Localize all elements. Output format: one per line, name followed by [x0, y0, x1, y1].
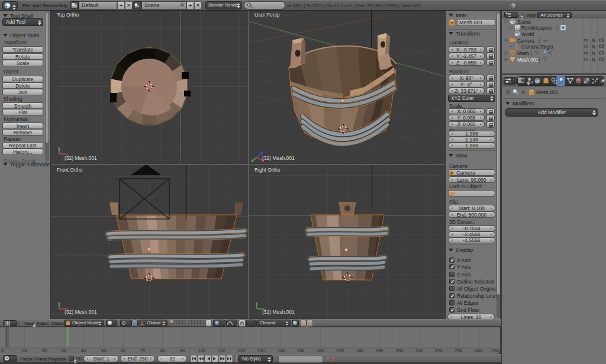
svg-text:110: 110	[218, 348, 225, 353]
svg-text:y: y	[58, 302, 60, 307]
svg-text:Camera.Target: Camera.Target	[521, 44, 553, 50]
svg-text:80: 80	[160, 348, 165, 353]
svg-text:140: 140	[278, 348, 285, 353]
svg-text:|: |	[539, 38, 540, 44]
svg-text:160: 160	[317, 348, 324, 353]
svg-text:170: 170	[337, 348, 344, 353]
svg-text:60: 60	[121, 348, 125, 353]
svg-text:230: 230	[455, 348, 463, 353]
svg-text:190: 190	[376, 348, 383, 353]
svg-text:250: 250	[492, 348, 500, 353]
svg-text:50: 50	[101, 348, 106, 353]
svg-text:Mesh.001: Mesh.001	[536, 89, 559, 95]
svg-text:220: 220	[435, 348, 443, 353]
svg-text:70: 70	[140, 348, 145, 353]
svg-text:y: y	[58, 147, 60, 152]
svg-text:100: 100	[198, 348, 206, 353]
svg-text:130: 130	[257, 348, 265, 353]
svg-text:|: |	[531, 50, 532, 56]
svg-text:Scene: Scene	[517, 19, 531, 25]
svg-text:20: 20	[42, 348, 47, 353]
svg-text:Mesh: Mesh	[517, 50, 529, 56]
svg-text:30: 30	[62, 348, 66, 353]
svg-text:|: |	[539, 57, 540, 63]
svg-text:Camera: Camera	[517, 38, 535, 44]
svg-text:200: 200	[396, 348, 404, 353]
svg-text:z: z	[256, 302, 258, 306]
svg-text:240: 240	[475, 348, 482, 353]
svg-text:|: |	[556, 25, 557, 31]
svg-text:180: 180	[356, 348, 364, 353]
svg-text:10: 10	[22, 348, 27, 353]
svg-text:210: 210	[415, 348, 423, 353]
svg-text:40: 40	[81, 348, 86, 353]
svg-text:150: 150	[297, 348, 305, 353]
svg-text:Mesh.001: Mesh.001	[517, 57, 539, 63]
svg-text:World: World	[521, 31, 534, 37]
svg-text:120: 120	[238, 348, 246, 353]
svg-text:RenderLayers: RenderLayers	[521, 25, 552, 31]
svg-text:90: 90	[180, 348, 185, 353]
